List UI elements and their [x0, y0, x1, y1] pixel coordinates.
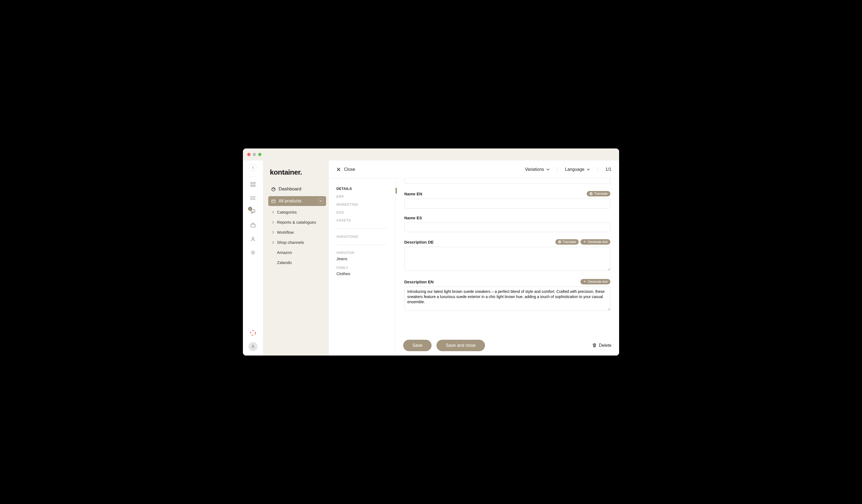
- sidebar-item-dashboard[interactable]: Dashboard: [268, 184, 326, 194]
- briefcase-icon[interactable]: [250, 222, 256, 228]
- tab-esg[interactable]: ESG: [336, 210, 388, 214]
- brand-logo: kontainer.: [268, 165, 326, 182]
- chat-icon[interactable]: 4: [250, 209, 256, 215]
- list-icon[interactable]: [250, 195, 256, 201]
- close-button[interactable]: Close: [336, 167, 355, 172]
- chevron-down-icon: [587, 168, 590, 171]
- save-button[interactable]: Save: [403, 340, 432, 351]
- sidebar-item-label: Categories: [277, 210, 297, 214]
- tab-erp[interactable]: ERP: [336, 195, 388, 199]
- macos-minimize-dot[interactable]: [253, 153, 256, 156]
- app-window: 4 kontainer.: [243, 148, 619, 356]
- gear-icon[interactable]: [250, 250, 256, 255]
- field-label: Description EN: [404, 279, 434, 284]
- field-name-en: Name EN Translate: [404, 191, 610, 209]
- field-label: Name EN: [404, 191, 422, 196]
- sidebar-item-label: Amazon: [277, 250, 292, 255]
- field-desc-en: Description EN Generate text: [404, 279, 610, 311]
- apps-icon[interactable]: [250, 182, 256, 187]
- delete-button[interactable]: Delete: [592, 343, 612, 348]
- macos-zoom-dot[interactable]: [258, 153, 261, 156]
- desc-de-input[interactable]: [404, 247, 610, 271]
- delete-label: Delete: [599, 343, 612, 348]
- chip-label: Generate text: [588, 280, 608, 283]
- desc-en-input[interactable]: [404, 287, 610, 310]
- svg-rect-1: [253, 182, 255, 184]
- name-es-input[interactable]: [404, 222, 610, 232]
- chevron-right-icon: [272, 231, 275, 234]
- close-label: Close: [344, 167, 355, 172]
- chevron-down-icon: [546, 168, 550, 171]
- sidebar-item-all-products[interactable]: All products: [268, 196, 326, 206]
- page-count: 1/1: [605, 167, 612, 172]
- divider: [336, 244, 388, 245]
- user-icon[interactable]: [250, 236, 256, 242]
- scrollbar-thumb[interactable]: [395, 188, 397, 194]
- divider: [598, 166, 598, 173]
- partial-input-above[interactable]: [404, 178, 610, 184]
- svg-point-4: [251, 196, 251, 197]
- sidebar-item-workflow[interactable]: Workflow: [268, 228, 326, 236]
- box-icon: [271, 199, 276, 203]
- help-icon[interactable]: [250, 330, 256, 336]
- svg-point-12: [252, 252, 254, 253]
- chevron-right-icon: [272, 221, 275, 224]
- section-tabs: DETAILS ERP MARKETING ESG ASSETS VARIATI…: [329, 178, 395, 356]
- macos-close-dot[interactable]: [247, 153, 250, 156]
- tab-marketing[interactable]: MARKETING: [336, 202, 388, 207]
- generate-text-button[interactable]: Generate text: [580, 279, 610, 284]
- tab-assets[interactable]: ASSETS: [336, 218, 388, 222]
- tab-details[interactable]: DETAILS: [336, 187, 388, 191]
- svg-point-14: [252, 345, 254, 347]
- notification-badge: 4: [248, 207, 252, 211]
- divider: [557, 166, 558, 173]
- variations-dropdown[interactable]: Variations: [525, 167, 550, 172]
- sparkle-icon: [583, 280, 586, 283]
- svg-point-8: [251, 199, 251, 200]
- translate-button[interactable]: Translate: [555, 239, 579, 244]
- scrollbar[interactable]: [395, 178, 397, 335]
- dashboard-icon: [271, 187, 276, 191]
- variation-value: Jeans: [336, 256, 388, 261]
- variation-label: VARIATION: [336, 251, 388, 255]
- sidebar-item-categories[interactable]: Categories: [268, 208, 326, 216]
- sidebar-item-label: Shop channels: [277, 240, 304, 244]
- svg-rect-2: [251, 185, 252, 187]
- editor-footer: Save Save and close Delete: [395, 335, 619, 356]
- translate-button[interactable]: Translate: [587, 191, 610, 196]
- svg-point-13: [250, 330, 256, 335]
- back-button[interactable]: [249, 164, 257, 171]
- language-label: Language: [565, 167, 585, 172]
- sparkle-icon: [583, 240, 586, 243]
- chip-label: Translate: [594, 192, 608, 196]
- svg-rect-3: [253, 185, 255, 187]
- profile-avatar[interactable]: [248, 342, 258, 351]
- name-en-input[interactable]: [404, 199, 610, 209]
- chip-label: Translate: [563, 240, 576, 244]
- svg-rect-10: [251, 224, 255, 227]
- field-label: Name ES: [404, 215, 422, 220]
- field-label: Description DE: [404, 240, 434, 244]
- family-value: Clothes: [336, 271, 388, 276]
- language-dropdown[interactable]: Language: [565, 167, 590, 172]
- sidebar-item-label: Reports & catalogues: [277, 220, 316, 225]
- family-label: FAMILY: [336, 266, 388, 270]
- editor-topbar: Close Variations Language 1/1: [329, 160, 619, 178]
- sidebar-item-shop-channels[interactable]: Shop channels: [268, 238, 326, 246]
- field-desc-de: Description DE Translate Generate text: [404, 239, 610, 272]
- field-name-es: Name ES: [404, 215, 610, 232]
- sidebar-item-zalando[interactable]: Zalando: [268, 258, 326, 266]
- chevron-right-icon: [272, 241, 275, 244]
- sidebar-item-reports[interactable]: Reports & catalogues: [268, 218, 326, 226]
- generate-text-button[interactable]: Generate text: [580, 239, 610, 244]
- save-close-button[interactable]: Save and close: [436, 340, 485, 351]
- chevron-down-icon: [318, 198, 323, 204]
- sidebar: kontainer. Dashboard All products Catego…: [263, 160, 329, 356]
- nav-rail: 4: [243, 160, 263, 356]
- trash-icon: [592, 343, 597, 348]
- svg-rect-0: [251, 182, 252, 184]
- svg-rect-16: [272, 200, 275, 203]
- form-area: Name EN Translate: [395, 178, 619, 356]
- sidebar-item-amazon[interactable]: Amazon: [268, 249, 326, 256]
- svg-point-6: [251, 198, 251, 198]
